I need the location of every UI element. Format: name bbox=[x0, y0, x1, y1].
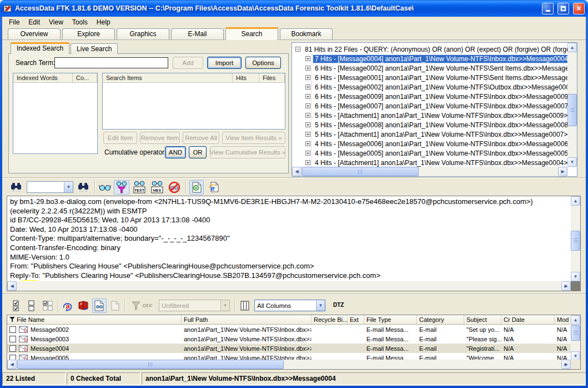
main-tab[interactable]: Graphics bbox=[117, 28, 169, 40]
options-button[interactable]: Options bbox=[245, 57, 281, 69]
minimize-button[interactable] bbox=[542, 3, 554, 14]
expand-icon[interactable]: + bbox=[305, 103, 310, 108]
tree-scroll-up-button[interactable]: ▲ bbox=[567, 43, 577, 52]
main-tab[interactable]: Search bbox=[225, 27, 278, 40]
table-scroll-left-button[interactable]: ◀ bbox=[7, 360, 17, 369]
column-header-ext[interactable]: Ext bbox=[348, 315, 364, 324]
filter-combo[interactable]: Unfiltered ▼ bbox=[159, 300, 230, 311]
text-view-button[interactable]: TEXT bbox=[132, 180, 147, 195]
viewer-scroll-down-button[interactable]: ▼ bbox=[571, 272, 580, 281]
no-view-button[interactable] bbox=[167, 181, 182, 193]
table-hscroll-thumb[interactable] bbox=[17, 360, 284, 369]
file-row[interactable]: Message0004 anon1a\Part_1\New Volume-NTF… bbox=[7, 344, 580, 353]
uncheck-all-button[interactable] bbox=[26, 300, 38, 312]
dtz-button[interactable]: DTZ bbox=[333, 302, 344, 308]
viewer-scroll-right-button[interactable]: ▶ bbox=[561, 281, 571, 291]
remove-all-button[interactable]: Remove All bbox=[183, 132, 219, 144]
and-button[interactable]: AND bbox=[165, 146, 186, 158]
font-options-button[interactable]: a bbox=[61, 300, 74, 312]
menu-item[interactable]: File bbox=[4, 18, 24, 27]
count-column[interactable]: Co... bbox=[73, 73, 97, 82]
tree-hit-item[interactable]: + 6 Hits - [Message0002] anon1a\Part_1\N… bbox=[292, 63, 567, 73]
expand-icon[interactable]: + bbox=[305, 122, 310, 127]
natural-view-button[interactable] bbox=[98, 181, 112, 193]
expand-icon[interactable]: + bbox=[305, 132, 310, 137]
main-tab[interactable]: Explore bbox=[62, 28, 115, 40]
column-header-cr-date[interactable]: Cr Date bbox=[501, 315, 555, 324]
menu-item[interactable]: Tools bbox=[68, 18, 92, 27]
view-files-button[interactable] bbox=[92, 299, 107, 313]
row-checkbox[interactable] bbox=[9, 336, 16, 342]
indexed-words-column[interactable]: Indexed Words bbox=[13, 73, 73, 82]
tree-scroll-down-button[interactable]: ▼ bbox=[567, 157, 577, 167]
maximize-button[interactable] bbox=[557, 3, 569, 14]
expand-icon[interactable]: + bbox=[305, 160, 310, 165]
search-mode-tab[interactable]: Indexed Search bbox=[11, 42, 69, 54]
edit-item-button[interactable]: Edit Item bbox=[103, 132, 137, 144]
tree-hit-item[interactable]: + 7 Hits - [Message0004] anon1a\Part_1\N… bbox=[292, 54, 567, 63]
tree-hit-item[interactable]: + 6 Hits - [Message0009] anon1a\Part_1\N… bbox=[292, 92, 567, 101]
viewer-hscroll-track[interactable] bbox=[7, 281, 571, 291]
column-header-file-name[interactable]: File Name bbox=[7, 315, 182, 324]
tree-hit-item[interactable]: + 4 Hits - [Message0005] anon1a\Part_1\N… bbox=[292, 148, 567, 158]
main-tab[interactable]: Bookmark bbox=[280, 28, 333, 40]
view-item-results-button[interactable]: View Item Results » bbox=[222, 132, 285, 144]
viewer-scroll-up-button[interactable]: ▲ bbox=[571, 196, 580, 206]
or-button[interactable]: OR bbox=[189, 146, 207, 158]
tree-scroll-left-button[interactable]: ◀ bbox=[292, 167, 301, 176]
tree-hit-item[interactable]: + 5 Hits - [Message0008] anon1a\Part_1\N… bbox=[292, 120, 567, 130]
filtered-view-button[interactable] bbox=[114, 180, 129, 195]
check-all-button[interactable] bbox=[10, 300, 22, 312]
main-tab[interactable]: Overview bbox=[8, 28, 61, 40]
view-cumulative-results-button[interactable]: View Cumulative Results » bbox=[210, 146, 285, 158]
table-vscroll-thumb[interactable] bbox=[571, 325, 580, 341]
toggle-checks-button[interactable] bbox=[41, 300, 54, 312]
row-checkbox[interactable] bbox=[9, 326, 16, 333]
viewer-scroll-left-button[interactable]: ◀ bbox=[7, 281, 17, 291]
tree-hit-item[interactable]: + 6 Hits - [Message0002] anon1a\Part_1\N… bbox=[292, 82, 567, 92]
expand-icon[interactable]: + bbox=[305, 151, 310, 156]
view-in-browser-button[interactable]: e bbox=[207, 180, 221, 195]
view-file-content-button[interactable] bbox=[189, 180, 204, 195]
expand-icon[interactable]: + bbox=[305, 84, 310, 89]
remove-item-button[interactable]: Remove Item bbox=[140, 132, 180, 144]
column-header-full-path[interactable]: Full Path bbox=[182, 315, 311, 324]
chevron-down-icon[interactable]: ▼ bbox=[316, 300, 325, 311]
hex-view-button[interactable]: HEX bbox=[149, 180, 165, 195]
chevron-down-icon[interactable]: ▼ bbox=[220, 300, 229, 311]
table-scroll-up-button[interactable]: ▲ bbox=[571, 315, 580, 325]
tree-hit-item[interactable]: + 4 Hits - [Attachment1] anon1a\Part_1\N… bbox=[292, 158, 567, 167]
column-header-recycle-bin[interactable]: Recycle Bi... bbox=[311, 315, 348, 324]
import-button[interactable]: Import bbox=[207, 57, 242, 69]
add-button[interactable]: Add bbox=[173, 57, 203, 69]
search-term-input[interactable] bbox=[54, 57, 168, 68]
expand-icon[interactable]: + bbox=[305, 75, 310, 80]
plain-file-button[interactable] bbox=[109, 300, 121, 312]
chevron-down-icon[interactable]: ▼ bbox=[64, 182, 73, 192]
search-mode-tab[interactable]: Live Search bbox=[71, 43, 118, 54]
collapse-icon[interactable]: − bbox=[295, 47, 300, 52]
columns-combo[interactable]: All Columns ▼ bbox=[254, 300, 325, 311]
expand-icon[interactable]: + bbox=[305, 56, 310, 61]
main-tab[interactable]: E-Mail bbox=[171, 28, 224, 40]
tree-hit-item[interactable]: + 6 Hits - [Message0007] anon1a\Part_1\N… bbox=[292, 101, 567, 111]
filter-toggle-button[interactable]: OFF bbox=[129, 300, 154, 312]
file-row[interactable]: Message0002 anon1a\Part_1\New Volume-NTF… bbox=[7, 325, 580, 334]
tree-hit-item[interactable]: + 4 Hits - [Message0006] anon1a\Part_1\N… bbox=[292, 139, 567, 148]
tree-scroll-right-button[interactable]: ▶ bbox=[558, 167, 567, 176]
menu-item[interactable]: View bbox=[44, 18, 68, 27]
tree-hit-item[interactable]: + 5 Hits - [Attachment1] anon1a\Part_1\N… bbox=[292, 130, 567, 139]
column-header-subject[interactable]: Subject bbox=[464, 315, 501, 324]
dictionary-button[interactable] bbox=[77, 300, 90, 312]
column-settings-button[interactable] bbox=[239, 300, 251, 312]
file-row[interactable]: Message0003 anon1a\Part_1\New Volume-NTF… bbox=[7, 334, 580, 344]
column-header-category[interactable]: Category bbox=[417, 315, 464, 324]
hits-column[interactable]: Hits bbox=[233, 73, 259, 82]
table-scroll-right-button[interactable]: ▶ bbox=[561, 360, 571, 369]
tree-hit-item[interactable]: + 5 Hits - [Attachment1] anon1a\Part_1\N… bbox=[292, 111, 567, 120]
find-next-hit-button[interactable]: …→ bbox=[76, 181, 91, 193]
search-hit-combo[interactable]: ▼ bbox=[27, 181, 73, 193]
tree-root[interactable]: − 81 Hits in 22 Files - QUERY: (Anonymou… bbox=[292, 44, 567, 54]
search-items-column[interactable]: Search Items bbox=[103, 73, 233, 82]
tree-vscroll-thumb[interactable] bbox=[567, 94, 577, 126]
